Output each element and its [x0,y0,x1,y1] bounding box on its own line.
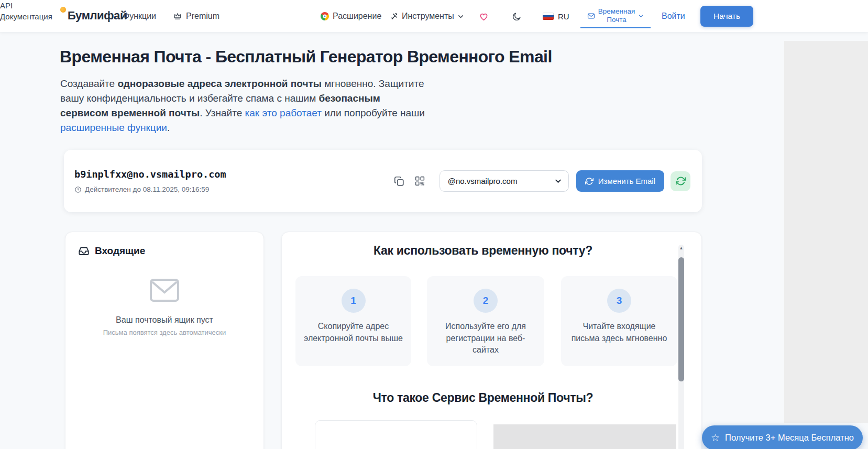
moon-icon [512,12,522,21]
dark-mode-toggle[interactable] [512,0,522,32]
clock-icon [74,186,82,193]
step-text: Читайте входящие письма здесь мгновенно [561,321,677,344]
step-number-badge: 1 [342,289,366,313]
inbox-title: Входящие [95,245,145,257]
how-to-card: Как использовать временную почту? 1 Скоп… [281,232,702,449]
refresh-inbox-button[interactable] [671,171,690,191]
inbox-empty-title: Ваш почтовый ящик пуст [65,315,263,325]
nav-tools-label: Инструменты [402,12,454,21]
refresh-icon [585,177,594,185]
page: Бумлифай Функции Premium API Документаци… [0,0,868,449]
qr-code-button[interactable] [413,174,427,188]
envelope-icon [150,279,179,302]
page-title: Временная Почта - Бесплатный Генератор В… [60,47,688,67]
change-email-label: Изменить Email [598,177,655,185]
step-number-badge: 3 [607,289,631,313]
nav-tools-menu[interactable]: Инструменты [390,0,464,32]
nav-extension-label: Расширение [333,12,381,21]
intro-text: вашу конфиденциальность и избегайте спам… [60,93,319,104]
intro-bold: безопасным [319,93,380,104]
step-card-1: 1 Скопируйте адрес электронной почты выш… [295,276,411,366]
inbox-header: Входящие [65,232,263,257]
inbox-card: Входящие Ваш почтовый ящик пуст Письма п… [65,232,264,449]
star-icon: ☆ [711,433,720,443]
nav-temp-mail-line1: Временная [598,7,635,16]
chevron-down-icon [638,13,644,19]
how-to-title: Как использовать временную почту? [282,244,684,258]
cta-label: Получите 3+ Месяца Бесплатно [725,433,854,443]
language-switcher[interactable]: RU [543,0,569,32]
step-card-2: 2 Используйте его для регистрации на веб… [427,276,544,366]
heart-icon [478,11,489,22]
email-address-card: b9inplfxx@no.vsmailpro.com Действителен … [64,150,702,212]
advanced-features-link[interactable]: расширенные функции [60,122,167,133]
domain-select[interactable]: @no.vsmailpro.com [440,170,569,192]
language-label: RU [558,12,569,21]
step-number-badge: 2 [474,289,498,313]
email-address-block: b9inplfxx@no.vsmailpro.com Действителен … [74,169,392,193]
nav-premium-label: Premium [186,12,219,21]
crown-icon [173,12,182,21]
login-link[interactable]: Войти [662,0,685,32]
chevron-down-icon [554,177,562,185]
refresh-icon [676,176,686,186]
envelope-icon [587,12,595,20]
about-title: Что такое Сервис Временной Почты? [282,391,684,405]
email-validity: Действителен до 08.11.2025, 09:16:59 [74,185,392,193]
intro-text: или попробуйте наши [322,107,425,118]
chevron-down-icon [457,13,464,20]
flag-ru-icon [543,13,554,20]
login-label: Войти [662,12,685,21]
nav-features-label: Функции [123,12,156,21]
scrollbar-thumb[interactable] [678,257,684,381]
intro-text: мгновенно. Защитите [322,78,424,89]
copy-email-button[interactable] [392,174,406,188]
brand-logo[interactable]: Бумлифай [68,9,127,23]
image-placeholder [493,424,676,449]
domain-selected-value: @no.vsmailpro.com [448,177,518,185]
step-text: Используйте его для регистрации на веб-с… [427,321,544,356]
email-address[interactable]: b9inplfxx@no.vsmailpro.com [74,169,392,180]
qr-code-icon [414,176,425,187]
chrome-icon [321,12,329,20]
intro-text: . Узнайте [200,107,245,118]
ad-placeholder [784,41,868,423]
nav-temp-mail-line2: Почта [607,16,627,24]
nav-premium[interactable]: Premium [173,0,219,32]
tools-icon [390,12,399,20]
intro-bold: сервисом временной почты [60,107,200,118]
intro-text: . [167,122,170,133]
step-text: Скопируйте адрес электронной почты выше [295,321,411,344]
about-card [315,420,477,449]
inbox-empty-subtitle: Письма появятся здесь автоматически [65,328,263,336]
step-card-3: 3 Читайте входящие письма здесь мгновенн… [561,276,677,366]
nav-features[interactable]: Функции [123,0,156,32]
change-email-button[interactable]: Изменить Email [576,170,664,192]
favorites-heart-button[interactable] [478,0,489,32]
hero-intro: Создавайте одноразовые адреса электронно… [60,76,479,135]
intro-bold: одноразовые адреса электронной почты [117,78,322,89]
nav-extension[interactable]: Расширение [321,0,381,32]
intro-text: Создавайте [60,78,117,89]
brand-dot-icon [60,7,66,13]
how-it-works-link[interactable]: как это работает [245,107,322,118]
email-validity-label: Действителен до 08.11.2025, 09:16:59 [85,185,209,193]
nav-temp-mail-active[interactable]: Временная Почта [580,4,651,28]
start-button[interactable]: Начать [700,6,753,27]
copy-icon [393,176,405,187]
free-months-cta-button[interactable]: ☆ Получите 3+ Месяца Бесплатно [702,425,863,449]
scroll-up-icon[interactable]: ▲ [678,246,684,250]
inbox-icon [78,245,90,257]
inbox-empty-state: Ваш почтовый ящик пуст Письма появятся з… [65,257,263,336]
navbar: Бумлифай Функции Premium API Документаци… [0,0,868,32]
